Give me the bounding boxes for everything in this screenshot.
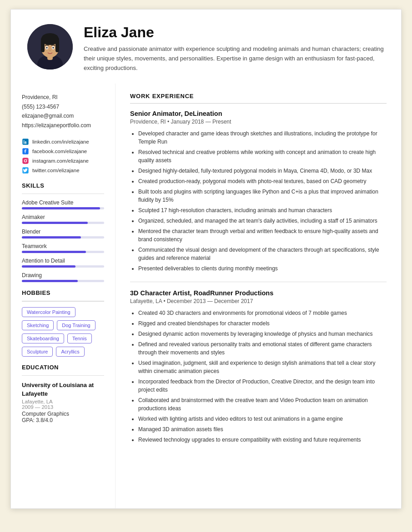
job-bullet: Communicated the visual design and devel… <box>138 246 387 262</box>
skill-bar-fill <box>22 236 81 239</box>
job-meta: Providence, RI • January 2018 — Present <box>130 119 387 125</box>
hobby-tag: Dog Training <box>57 320 95 330</box>
skill-bar-fill <box>22 251 86 253</box>
job-bullets: Developed character and game ideas throu… <box>130 129 387 273</box>
edu-years: 2009 — 2013 <box>22 404 104 410</box>
work-experience-title: WORK EXPERIENCE <box>130 93 387 99</box>
skill-bar-bg <box>22 265 104 268</box>
social-twitter[interactable]: twitter.com/elizajane <box>22 167 104 174</box>
skill-bar-bg <box>22 280 104 282</box>
hobbies-divider <box>22 301 104 302</box>
job-title: 3D Character Artist, RoadRunner Producti… <box>130 289 387 297</box>
job-bullet: Designed dynamic action movements by lev… <box>138 330 387 338</box>
education-divider <box>22 375 104 376</box>
education-item: University of Louisiana at Lafayette Laf… <box>22 381 104 423</box>
svg-rect-5 <box>41 40 45 52</box>
sidebar: Providence, RI (555) 123-4567 elizajane@… <box>11 84 116 508</box>
job-item: Senior Animator, DeLineation Providence,… <box>130 110 387 282</box>
job-bullet: Created production-ready, polygonal mode… <box>138 177 387 185</box>
svg-point-10 <box>46 47 48 49</box>
contact-phone: (555) 123-4567 <box>22 102 104 111</box>
social-instagram[interactable]: instagram.com/elizajane <box>22 157 104 164</box>
edu-school-name: University of Louisiana at Lafayette <box>22 381 104 398</box>
skill-item: Adobe Creative Suite <box>22 199 104 209</box>
edu-location: Lafayette, LA <box>22 399 104 404</box>
body: Providence, RI (555) 123-4567 elizajane@… <box>11 84 401 508</box>
edu-field: Computer Graphics <box>22 411 104 417</box>
skill-item: Teamwork <box>22 243 104 253</box>
social-links: linkedin.com/in/elizajane facebook.com/e… <box>22 138 104 174</box>
header-info: Eliza Jane Creative and passionate anima… <box>84 24 385 73</box>
job-bullet: Managed 3D animation assets files <box>138 425 387 433</box>
skill-name: Teamwork <box>22 243 104 249</box>
hobby-tag: Sculpture <box>22 347 53 357</box>
hobby-tag: Sketching <box>22 320 54 330</box>
twitter-handle: twitter.com/elizajane <box>32 168 80 173</box>
job-bullet: Worked with lighting artists and video e… <box>138 415 387 423</box>
skill-bar-bg <box>22 251 104 253</box>
job-bullet: Incorporated feedback from the Director … <box>138 378 387 394</box>
svg-point-7 <box>42 33 58 42</box>
skills-title: SKILLS <box>22 182 104 189</box>
job-bullet: Developed character and game ideas throu… <box>138 129 387 146</box>
hobbies-title: HOBBIES <box>22 289 104 296</box>
hobby-tag: Tennis <box>67 333 92 343</box>
education-title: EDUCATION <box>22 364 104 371</box>
social-facebook[interactable]: facebook.com/elizajane <box>22 148 104 155</box>
skill-name: Blender <box>22 229 104 235</box>
skills-section: SKILLS Adobe Creative Suite Animaker Ble… <box>22 182 104 283</box>
social-linkedin[interactable]: linkedin.com/in/elizajane <box>22 138 104 145</box>
skill-name: Attention to Detail <box>22 258 104 264</box>
skill-bar-fill <box>22 222 88 224</box>
header-name: Eliza Jane <box>84 24 385 41</box>
main-content: WORK EXPERIENCE Senior Animator, DeLinea… <box>116 84 401 508</box>
instagram-handle: instagram.com/elizajane <box>32 158 89 164</box>
skill-item: Drawing <box>22 272 104 282</box>
svg-point-17 <box>27 159 27 159</box>
education-list: University of Louisiana at Lafayette Laf… <box>22 381 104 423</box>
job-bullet: Designed highly-detailed, fully-textured… <box>138 167 387 175</box>
svg-point-11 <box>52 47 54 49</box>
skill-bar-bg <box>22 222 104 224</box>
skills-list: Adobe Creative Suite Animaker Blender Te… <box>22 199 104 282</box>
job-meta: Lafayette, LA • December 2013 — December… <box>130 298 387 304</box>
job-separator <box>130 282 387 282</box>
education-section: EDUCATION University of Louisiana at Laf… <box>22 364 104 423</box>
header-bio: Creative and passionate animator with ex… <box>84 45 385 73</box>
skill-bar-fill <box>22 207 100 209</box>
job-bullet: Created 40 3D characters and environment… <box>138 309 387 317</box>
job-bullet: Sculpted 17 high-resolution characters, … <box>138 206 387 214</box>
hobbies-section: HOBBIES Watercolor PaintingSketchingDog … <box>22 289 104 357</box>
skill-name: Drawing <box>22 272 104 278</box>
svg-rect-15 <box>22 158 28 164</box>
job-bullet: Reviewed technology upgrades to ensure c… <box>138 436 387 444</box>
hobby-tag: Acryllics <box>56 347 84 357</box>
twitter-icon <box>22 167 29 174</box>
header: Eliza Jane Creative and passionate anima… <box>11 10 401 84</box>
resume-container: Eliza Jane Creative and passionate anima… <box>10 9 402 509</box>
contact-website: https://elizajaneportfolio.com <box>22 121 104 130</box>
job-bullet: Defined and revealed various personality… <box>138 340 387 357</box>
hobby-tag: Watercolor Painting <box>22 307 75 317</box>
skill-bar-bg <box>22 207 104 209</box>
skill-bar-fill <box>22 265 75 268</box>
contact-section: Providence, RI (555) 123-4567 elizajane@… <box>22 93 104 130</box>
hobby-tag: Skateboarding <box>22 333 64 343</box>
skills-divider <box>22 194 104 194</box>
avatar <box>27 24 73 70</box>
skill-name: Animaker <box>22 214 104 220</box>
linkedin-handle: linkedin.com/in/elizajane <box>32 139 89 144</box>
job-bullet: Rigged and created blendshapes for chara… <box>138 319 387 328</box>
edu-gpa: GPA: 3.8/4.0 <box>22 417 104 423</box>
job-bullets: Created 40 3D characters and environment… <box>130 309 387 444</box>
job-bullet: Mentored the character team through verb… <box>138 227 387 244</box>
contact-location: Providence, RI <box>22 93 104 102</box>
skill-bar-fill <box>22 280 78 282</box>
skill-name: Adobe Creative Suite <box>22 199 104 206</box>
job-item: 3D Character Artist, RoadRunner Producti… <box>130 289 387 444</box>
svg-rect-6 <box>55 40 59 52</box>
facebook-handle: facebook.com/elizajane <box>32 149 87 154</box>
job-bullet: Used imagination, judgment, skill and ex… <box>138 359 387 375</box>
jobs-list: Senior Animator, DeLineation Providence,… <box>130 110 387 444</box>
job-bullet: Built tools and plugins with scripting l… <box>138 188 387 204</box>
